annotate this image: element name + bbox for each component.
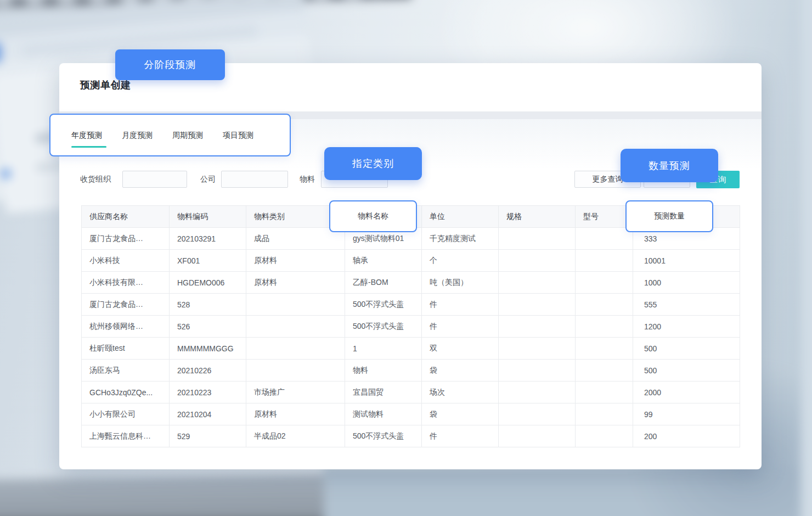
- table-row[interactable]: 杭州移领网络… 526 500不浮式头盖 件 1200: [82, 316, 740, 338]
- cell-forecast-qty: 2000: [633, 382, 740, 403]
- cell-material-code: 20210226: [170, 360, 246, 382]
- cell-spec: [499, 425, 576, 447]
- cell-material-code: 202103291: [170, 228, 246, 250]
- column-model: 型号: [576, 206, 633, 228]
- cell-unit: 件: [422, 294, 499, 316]
- cell-spec: [499, 338, 576, 360]
- cell-unit: 袋: [422, 403, 499, 425]
- column-supplier-name: 供应商名称: [82, 206, 170, 228]
- table-row[interactable]: 厦门古龙食品… 528 500不浮式头盖 件 555: [82, 294, 740, 316]
- cell-material-category: 原材料: [246, 250, 345, 272]
- page-title: 预测单创建: [80, 78, 131, 92]
- forecast-table-wrap: 供应商名称 物料编码 物料类别 物料名称 单位 规格 型号 预测数量 厦门古龙食…: [81, 205, 740, 447]
- cell-material-code: 20210223: [170, 382, 246, 403]
- cell-supplier-name: 厦门古龙食品…: [82, 228, 170, 250]
- cell-material-code: 528: [170, 294, 246, 316]
- table-row[interactable]: 杜昕颐test MMMMMMGGG 1 双 500: [82, 338, 740, 360]
- cell-material-name: 1: [345, 338, 422, 360]
- cell-forecast-qty: 200: [633, 425, 740, 447]
- cell-unit: 千克精度测试: [422, 228, 499, 250]
- cell-spec: [499, 250, 576, 272]
- cell-supplier-name: 上海甄云信息科…: [82, 425, 170, 447]
- cell-material-code: MMMMMMGGG: [170, 338, 246, 360]
- cell-supplier-name: 汤臣东马: [82, 360, 170, 382]
- cell-model: [576, 425, 633, 447]
- cell-material-category: [246, 338, 345, 360]
- cell-model: [576, 382, 633, 403]
- cell-spec: [499, 382, 576, 403]
- cell-model: [576, 228, 633, 250]
- cell-supplier-name: 小小有限公司: [82, 403, 170, 425]
- cell-supplier-name: 杜昕颐test: [82, 338, 170, 360]
- cell-material-name: 宜昌国贸: [345, 382, 422, 403]
- receiving-org-input[interactable]: [122, 171, 187, 188]
- table-row[interactable]: 小小有限公司 20210204 原材料 测试物料 袋 99: [82, 403, 740, 425]
- cell-material-category: 原材料: [246, 403, 345, 425]
- cell-material-code: HGDEMO006: [170, 272, 246, 294]
- column-spec: 规格: [499, 206, 576, 228]
- cell-unit: 双: [422, 338, 499, 360]
- cell-spec: [499, 360, 576, 382]
- cell-material-category: 原材料: [246, 272, 345, 294]
- cell-material-category: [246, 294, 345, 316]
- tab-monthly-forecast[interactable]: 月度预测: [122, 130, 153, 141]
- cell-forecast-qty: 500: [633, 360, 740, 382]
- column-material-code: 物料编码: [170, 206, 246, 228]
- badge-specify-category: 指定类别: [324, 147, 422, 180]
- cell-material-code: 20210204: [170, 403, 246, 425]
- cell-unit: 件: [422, 425, 499, 447]
- tab-monthly-label: 月度预测: [122, 131, 153, 139]
- cell-forecast-qty: 99: [633, 403, 740, 425]
- cell-model: [576, 360, 633, 382]
- cell-unit: 吨（美国）: [422, 272, 499, 294]
- cell-model: [576, 403, 633, 425]
- cell-material-name: 物料: [345, 360, 422, 382]
- tab-annual-forecast[interactable]: 年度预测: [71, 130, 102, 141]
- cell-material-code: 526: [170, 316, 246, 338]
- badge-quantity-forecast: 数量预测: [621, 149, 718, 182]
- cell-model: [576, 338, 633, 360]
- table-row[interactable]: GCHo3Jzq0ZQe... 20210223 市场推广 宜昌国贸 场次 20…: [82, 382, 740, 403]
- cell-model: [576, 272, 633, 294]
- material-label: 物料: [300, 171, 315, 188]
- tab-project-label: 项目预测: [223, 131, 253, 139]
- cell-unit: 个: [422, 250, 499, 272]
- active-tab-underline: [71, 146, 106, 148]
- cell-material-category: [246, 360, 345, 382]
- cell-unit: 袋: [422, 360, 499, 382]
- table-row[interactable]: 上海甄云信息科… 529 半成品02 500不浮式头盖 件 200: [82, 425, 740, 447]
- cell-model: [576, 316, 633, 338]
- tab-project-forecast[interactable]: 项目预测: [223, 130, 253, 141]
- cell-material-name: 乙醇-BOM: [345, 272, 422, 294]
- cell-supplier-name: 厦门古龙食品…: [82, 294, 170, 316]
- cell-model: [576, 294, 633, 316]
- cell-unit: 件: [422, 316, 499, 338]
- company-input[interactable]: [221, 171, 288, 188]
- company-label: 公司: [200, 171, 216, 188]
- table-row[interactable]: 小米科技 XF001 原材料 轴承 个 10001: [82, 250, 740, 272]
- cell-spec: [499, 294, 576, 316]
- cell-forecast-qty: 10001: [633, 250, 740, 272]
- cell-spec: [499, 272, 576, 294]
- cell-material-name: 500不浮式头盖: [345, 294, 422, 316]
- tab-period-forecast[interactable]: 周期预测: [172, 130, 203, 141]
- cell-supplier-name: 小米科技有限…: [82, 272, 170, 294]
- cell-material-name: 500不浮式头盖: [345, 316, 422, 338]
- tab-annual-label: 年度预测: [71, 131, 102, 139]
- cell-material-name: 500不浮式头盖: [345, 425, 422, 447]
- cell-supplier-name: 小米科技: [82, 250, 170, 272]
- badge-phased-forecast: 分阶段预测: [115, 49, 225, 80]
- column-unit: 单位: [422, 206, 499, 228]
- cell-material-code: XF001: [170, 250, 246, 272]
- receiving-org-label: 收货组织: [80, 171, 111, 188]
- table-row[interactable]: 小米科技有限… HGDEMO006 原材料 乙醇-BOM 吨（美国） 1000: [82, 272, 740, 294]
- cell-material-name: 测试物料: [345, 403, 422, 425]
- cell-material-name: 轴承: [345, 250, 422, 272]
- table-row[interactable]: 汤臣东马 20210226 物料 袋 500: [82, 360, 740, 382]
- cell-supplier-name: GCHo3Jzq0ZQe...: [82, 382, 170, 403]
- cell-spec: [499, 316, 576, 338]
- cell-forecast-qty: 500: [633, 338, 740, 360]
- forecast-table: 供应商名称 物料编码 物料类别 物料名称 单位 规格 型号 预测数量 厦门古龙食…: [81, 205, 740, 447]
- cell-model: [576, 250, 633, 272]
- cell-material-code: 529: [170, 425, 246, 447]
